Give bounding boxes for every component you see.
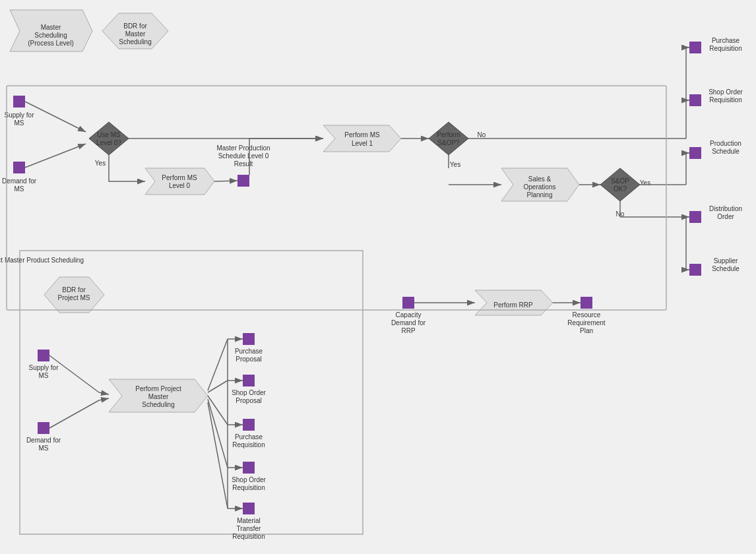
bdr-project-label1: BDR for — [62, 286, 86, 293]
sales-ops-label3: Planning — [527, 191, 553, 199]
resource-req-label2: Requirement — [567, 319, 605, 326]
material-transfer-square — [243, 503, 255, 514]
master-prod-label3: Result — [234, 160, 253, 168]
yes3-label: Yes — [640, 179, 650, 187]
supply-ms-label2: MS — [15, 119, 24, 127]
material-transfer-label3: Requisition — [232, 533, 265, 540]
purchase-req2-square — [243, 419, 255, 431]
supply-ms2-square — [38, 350, 49, 361]
master-prod-label2: Schedule Level 0 — [218, 152, 269, 160]
master-scheduling-label3: (Process Level) — [28, 40, 73, 47]
material-transfer-label1: Material — [237, 517, 261, 524]
perform-sop-label2: S&OP? — [437, 139, 460, 146]
purchase-proposal-label2: Proposal — [236, 355, 261, 363]
purchase-proposal-label1: Purchase — [235, 348, 263, 355]
dist-order-label2: Order — [717, 213, 734, 220]
shop-order-proposal-label1: Shop Order — [232, 389, 266, 396]
demand-ms-label1: Demand for — [2, 177, 37, 185]
bdr-master-label3: Scheduling — [119, 38, 151, 46]
supply-ms-label1: Supply for — [4, 111, 34, 119]
shop-order-req2-label2: Requisition — [232, 484, 265, 491]
master-scheduling-label2: Scheduling — [34, 32, 67, 39]
capacity-demand-label3: RRP — [401, 327, 415, 334]
project-ms-box-label: Project Master Product Scheduling — [0, 257, 84, 264]
svg-rect-2 — [0, 0, 756, 554]
perform-ms-level0-label2: Level 0 — [169, 182, 191, 189]
bdr-project-label2: Project MS — [58, 294, 90, 301]
supply-ms2-label2: MS — [39, 372, 49, 379]
diagram-container: Master Scheduling (Process Level) BDR fo… — [0, 0, 756, 554]
capacity-demand-label1: Capacity — [396, 311, 422, 319]
supplier-schedule-label2: Schedule — [712, 265, 740, 272]
supplier-schedule-square — [689, 264, 701, 276]
demand-ms2-label2: MS — [39, 445, 49, 452]
capacity-demand-label2: Demand for — [391, 319, 426, 326]
purchase-req2-label1: Purchase — [235, 433, 263, 441]
use-ms-label1: Use MS — [97, 131, 121, 138]
perform-ms-level1-shape — [323, 125, 401, 152]
shop-order-req-label1: Shop Order — [709, 88, 743, 96]
prod-schedule-label2: Schedule — [712, 148, 740, 155]
shop-order-proposal-label2: Proposal — [236, 397, 261, 404]
demand-ms-label2: MS — [15, 185, 24, 193]
prod-schedule-square — [689, 147, 701, 159]
perform-project-ms-label3: Scheduling — [142, 401, 174, 408]
perform-sop-label1: Perform — [437, 131, 460, 138]
sop-ok-label1: S&OP — [611, 177, 629, 185]
perform-rrp-label: Perform RRP — [493, 301, 533, 309]
demand-ms2-square — [38, 422, 49, 434]
sop-ok-label2: OK? — [614, 185, 627, 193]
master-scheduling-label: Master — [41, 24, 61, 31]
shop-order-req-label2: Requisition — [709, 96, 741, 104]
perform-ms-level1-label2: Level 1 — [352, 140, 373, 147]
yes1-label: Yes — [95, 160, 106, 167]
demand-ms2-label1: Demand for — [26, 437, 61, 444]
master-prod-label1: Master Production — [216, 144, 270, 152]
dist-order-label1: Distribution — [709, 205, 742, 212]
sales-ops-label1: Sales & — [528, 175, 551, 183]
supply-ms-square — [13, 96, 25, 108]
bdr-master-label1: BDR for — [123, 22, 147, 30]
purchase-proposal-square — [243, 333, 255, 345]
capacity-demand-square — [402, 297, 414, 309]
sales-ops-label2: Operations — [524, 183, 556, 191]
perform-project-ms-label1: Perform Project — [135, 385, 181, 392]
bdr-master-label2: Master — [125, 30, 146, 38]
purchase-req2-label2: Requisition — [232, 441, 265, 448]
perform-project-ms-label2: Master — [148, 393, 169, 400]
perform-ms-level0-label1: Perform MS — [162, 174, 197, 181]
resource-req-label3: Plan — [580, 327, 593, 334]
purchase-req-square — [689, 42, 701, 53]
dist-order-square — [689, 211, 701, 223]
shop-order-req2-square — [243, 462, 255, 474]
resource-req-label1: Resource — [573, 311, 601, 319]
purchase-req-label1: Purchase — [712, 37, 740, 44]
prod-schedule-label1: Production — [710, 140, 741, 147]
supplier-schedule-label1: Supplier — [714, 257, 738, 264]
perform-ms-level1-label1: Perform MS — [344, 131, 380, 138]
no1-label: No — [478, 131, 486, 138]
yes2-label: Yes — [450, 161, 460, 168]
use-ms-label2: Level 0? — [96, 139, 121, 146]
shop-order-req2-label1: Shop Order — [232, 476, 266, 483]
purchase-req-label2: Requisition — [709, 45, 741, 52]
material-transfer-label2: Transfer — [237, 525, 262, 532]
level0-to-square-line — [214, 181, 237, 181]
shop-order-proposal-square — [243, 375, 255, 386]
demand-ms-square — [13, 162, 25, 173]
supply-ms2-label1: Supply for — [28, 364, 59, 371]
master-prod-schedule-square — [237, 175, 249, 187]
resource-req-square — [581, 297, 592, 309]
shop-order-req-square — [689, 94, 701, 106]
